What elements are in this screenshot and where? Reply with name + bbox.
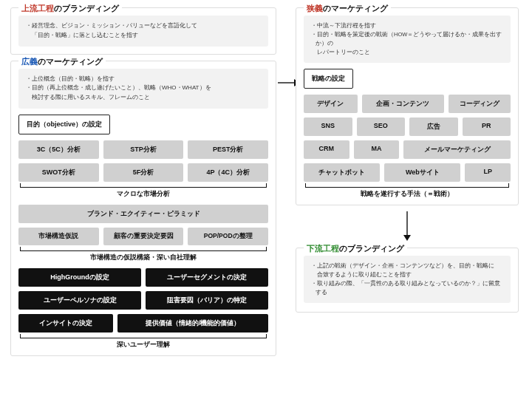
group-market-structure: ブランド・エクイティー・ピラミッド 市場構造仮説 顧客の重要決定要因 POP/P… [18,205,268,262]
title-prefix: 広義 [21,57,38,66]
group-user-understanding: HighGroundの設定 ユーザーセグメントの決定 ユーザーペルソナの設定 阻… [18,268,268,349]
desc-line: ・上記の戦術（デザイン・企画・コンテンツなど）を、目的・戦略に [311,262,503,270]
desc-line: ・目的（再上位概念・成し遂げたいこと）、戦略（WHO・WHAT）を [26,83,261,93]
analysis-cell: POP/PODの整理 [188,228,268,245]
analysis-cell: SWOT分析 [18,163,99,182]
desc-branding-upstream: ・経営理念、ビジョン・ミッション・バリューなどを言語化して 「目的・戦略」に落と… [18,16,268,47]
desc-line: 合致するように取り組むことを指す [311,270,503,279]
user-cell: インサイトの決定 [18,314,113,332]
title-suffix: のマーケティング [38,57,103,66]
title-prefix: 狭義 [307,4,323,13]
bracket-label-tactics: 戦略を遂行する手法（＝戦術） [304,189,511,199]
desc-line: ・経営理念、ビジョン・ミッション・バリューなどを言語化して [26,21,261,31]
section-title-branding-upstream: 上流工程のブランディング [18,3,122,14]
bracket-line [20,334,267,338]
desc-line: ・目的・戦略を策定後の戦術（HOW＝どうやって届けるか・成果を出すか）の [311,30,503,48]
desc-broad-marketing: ・上位概念（目的・戦略）を指す ・目的（再上位概念・成し遂げたいこと）、戦略（W… [18,69,268,109]
group-macro-analysis: 3C（5C）分析 STP分析 PEST分析 SWOT分析 5F分析 4P（4C）… [18,140,268,199]
user-cell: 阻害要因（バリア）の特定 [146,291,268,310]
analysis-cell: STP分析 [103,140,184,159]
desc-line: 「目的・戦略」に落とし込むことを指す [26,31,261,41]
section-broad-marketing: 広義のマーケティング ・上位概念（目的・戦略）を指す ・目的（再上位概念・成し遂… [10,61,276,356]
group-tactics: デザイン 企画・コンテンツ コーディング SNS SEO 広告 PR CRM M… [304,95,511,199]
svg-marker-3 [403,235,411,241]
tactic-cell: 企画・コンテンツ [362,95,444,113]
tactic-cell: チャットボット [304,163,380,182]
desc-line: レパートリーのこと [311,48,503,57]
title-suffix: のマーケティング [323,4,388,13]
analysis-cell: PEST分析 [188,140,268,159]
desc-branding-downstream: ・上記の戦術（デザイン・企画・コンテンツなど）を、目的・戦略に 合致するように取… [304,256,511,303]
tactic-cell: メールマーケティング [403,140,511,159]
section-title-broad-marketing: 広義のマーケティング [18,56,106,67]
tactic-cell: PR [463,117,511,136]
user-cell: ユーザーペルソナの設定 [18,291,141,310]
title-suffix: のブランディング [54,4,119,13]
user-cell: HighGroundの設定 [18,268,141,287]
desc-narrow-marketing: ・中流～下流行程を指す ・目的・戦略を策定後の戦術（HOW＝どうやって届けるか・… [304,16,511,63]
analysis-cell: 4P（4C）分析 [188,163,268,182]
analysis-cell: 市場構造仮説 [18,228,99,245]
bracket-label-structure: 市場構造の仮説構築・深い自社理解 [18,253,268,262]
tactic-cell: コーディング [449,95,511,113]
bracket-line [305,183,509,188]
desc-line: ・中流～下流行程を指す [311,21,503,30]
bracket-line [20,247,267,251]
user-cell: ユーザーセグメントの決定 [146,268,268,287]
arrow-down-icon [296,211,519,243]
section-branding-downstream: 下流工程のブランディング ・上記の戦術（デザイン・企画・コンテンツなど）を、目的… [296,248,519,313]
desc-line: ・上位概念（目的・戦略）を指す [26,75,261,84]
tactic-cell: SEO [357,117,406,136]
strategy-cell: 戦略の設定 [304,69,353,89]
desc-line: 検討する際に用いるスキル、フレームのこと [26,93,261,103]
tactic-cell: 広告 [409,117,458,136]
analysis-cell: 3C（5C）分析 [18,140,99,159]
section-branding-upstream: 上流工程のブランディング ・経営理念、ビジョン・ミッション・バリューなどを言語化… [10,7,276,55]
bracket-line [20,183,267,188]
title-prefix: 上流工程 [21,4,54,13]
tactic-cell: デザイン [304,95,358,113]
tactic-cell: Webサイト [384,163,460,182]
section-title-branding-downstream: 下流工程のブランディング [304,243,407,254]
tactic-cell: SNS [304,117,352,136]
section-title-narrow-marketing: 狭義のマーケティング [304,3,391,14]
section-narrow-marketing: 狭義のマーケティング ・中流～下流行程を指す ・目的・戦略を策定後の戦術（HOW… [296,7,519,205]
analysis-cell: 顧客の重要決定要因 [103,228,184,245]
bracket-label-user: 深いユーザー理解 [18,340,268,349]
analysis-cell: ブランド・エクイティー・ピラミッド [18,205,268,223]
objective-cell: 目的（objective）の設定 [18,115,110,134]
tactic-cell: MA [354,140,400,159]
user-cell: 提供価値（情緒的/機能的価値） [117,314,268,332]
title-suffix: のブランディング [339,244,404,253]
tactic-cell: CRM [304,140,349,159]
desc-line: ・取り組みの際、「一貫性のある取り組みとなっているのか？」に留意する [311,279,503,297]
tactic-cell: LP [465,163,511,182]
title-prefix: 下流工程 [307,244,339,253]
analysis-cell: 5F分析 [103,163,184,182]
bracket-label-macro: マクロな市場分析 [18,189,268,199]
